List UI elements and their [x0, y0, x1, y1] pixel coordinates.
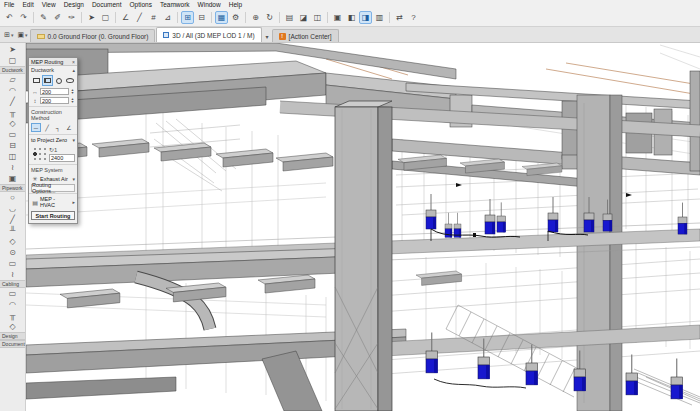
- menu-item[interactable]: File: [4, 1, 14, 8]
- menu-item[interactable]: Teamwork: [160, 1, 190, 8]
- autogroup-icon[interactable]: ⊟: [195, 11, 208, 24]
- elevation-field[interactable]: 2400: [49, 154, 75, 162]
- duct-width-field[interactable]: 200: [40, 88, 69, 95]
- pipe-transition-tool[interactable]: ╱: [0, 214, 25, 225]
- publisher-icon[interactable]: ◪: [297, 11, 310, 24]
- chevron-down-icon: ▾: [72, 137, 75, 143]
- layer-dropdown[interactable]: ▤ MEP - HVAC ▸: [29, 195, 77, 209]
- method-rise-button[interactable]: ╱: [42, 123, 52, 132]
- duct-shape-oval-button[interactable]: [65, 75, 75, 86]
- duct-terminal-tool[interactable]: ◫: [0, 151, 25, 162]
- duct-shape-rectangular-button[interactable]: [31, 75, 41, 86]
- elevation-reference-row[interactable]: to Project Zero ▾: [29, 136, 77, 144]
- height-stepper[interactable]: ▲▼: [70, 98, 75, 104]
- tab-overview-button[interactable]: ▣ ▾: [15, 29, 29, 41]
- upper-equipment-row[interactable]: [426, 194, 687, 237]
- snap-guides-icon[interactable]: ╱: [133, 11, 146, 24]
- tab-list-dropdown[interactable]: ▾: [263, 33, 272, 40]
- rotate-icon[interactable]: ↻1: [49, 146, 57, 153]
- notes-icon[interactable]: ▥: [373, 11, 386, 24]
- duct-shape-round-button[interactable]: [54, 75, 64, 86]
- method-horizontal-button[interactable]: ─: [31, 123, 41, 132]
- cable-carrier-segment-tool[interactable]: ▭: [0, 288, 25, 299]
- palette-title-bar[interactable]: MEP Routing ×: [29, 58, 77, 66]
- duct-segment-tool[interactable]: ▱: [0, 74, 25, 85]
- teamwork-exchange-icon[interactable]: ⇄: [393, 11, 406, 24]
- redo-icon[interactable]: ↷: [17, 11, 30, 24]
- menu-item[interactable]: Options: [130, 1, 152, 8]
- zoom-icon[interactable]: ⊕: [249, 11, 262, 24]
- pipe-flexible-tool[interactable]: ≀: [0, 269, 25, 280]
- pipe-tee-tool[interactable]: ╨: [0, 225, 25, 236]
- layer-value: MEP - HVAC: [40, 196, 71, 208]
- pipe-segment-tool[interactable]: ○: [0, 192, 25, 203]
- duct-bend-tool[interactable]: ◠: [0, 85, 25, 96]
- duct-shape-rectangular-flanged-button[interactable]: [42, 75, 52, 86]
- quick-options-icon[interactable]: ▣: [331, 11, 344, 24]
- duct-flexible-tool[interactable]: ≀: [0, 162, 25, 173]
- duct-tee-tool[interactable]: ╥: [0, 107, 25, 118]
- ductwork-section-header[interactable]: Ductwork ▴: [29, 66, 77, 74]
- duct-width-row: ↔ 200 ▲▼: [29, 87, 77, 96]
- collapse-icon: ▴: [72, 67, 75, 73]
- duct-equipment-tool[interactable]: ▣: [0, 173, 25, 184]
- menu-item[interactable]: Window: [198, 1, 221, 8]
- toolbar-icon: [31, 11, 36, 24]
- anchor-point-grid[interactable]: [31, 145, 48, 162]
- undo-icon[interactable]: ↶: [3, 11, 16, 24]
- grid-snap-icon[interactable]: #: [147, 11, 160, 24]
- routing-options-button[interactable]: Routing Options...: [31, 184, 75, 192]
- duct-height-field[interactable]: 200: [40, 97, 69, 104]
- pipe-terminal-tool[interactable]: ▭: [0, 258, 25, 269]
- tab-action-center[interactable]: ! [Action Center]: [272, 29, 339, 42]
- marquee-tool[interactable]: ▢: [0, 55, 25, 66]
- settings-icon[interactable]: ⚙: [229, 11, 242, 24]
- duct-takeoff-tool[interactable]: ⊟: [0, 140, 25, 151]
- parameter-transfer-icon[interactable]: ✑: [65, 11, 78, 24]
- popup-navigator-button[interactable]: ⊞ ▾: [2, 29, 15, 41]
- width-stepper[interactable]: ▲▼: [70, 89, 75, 95]
- cable-carrier-junction-tool[interactable]: ◇: [0, 321, 25, 332]
- method-angle-button[interactable]: ∠: [64, 123, 74, 132]
- trace-reference-icon[interactable]: ▦: [215, 11, 228, 24]
- lower-cables: [434, 379, 526, 388]
- lower-floor-slab: [366, 325, 700, 357]
- arrow-tool[interactable]: ➤: [0, 44, 25, 55]
- marquee-tool-icon[interactable]: ▢: [99, 11, 112, 24]
- cable-carrier-bend-tool[interactable]: ◠: [0, 299, 25, 310]
- mep-routing-palette: MEP Routing × Ductwork ▴ ↔ 200 ▲▼ ↕ 200 …: [28, 57, 78, 224]
- method-vertical-button[interactable]: ┐: [53, 123, 63, 132]
- mep-adapter-icon[interactable]: ◨: [359, 11, 372, 24]
- 3d-viewport[interactable]: [26, 43, 700, 411]
- suspend-groups-icon[interactable]: ⊞: [181, 11, 194, 24]
- organizer-icon[interactable]: ◫: [311, 11, 324, 24]
- menu-item[interactable]: Document: [92, 1, 122, 8]
- close-icon[interactable]: ×: [72, 59, 75, 65]
- toolbar-icon: [209, 11, 214, 24]
- renovation-filter-icon[interactable]: ◧: [345, 11, 358, 24]
- duct-transition-tool[interactable]: ╱: [0, 96, 25, 107]
- duct-inline-tool[interactable]: ▭: [0, 129, 25, 140]
- menu-item[interactable]: View: [42, 1, 56, 8]
- pipe-bend-tool[interactable]: ◡: [0, 203, 25, 214]
- tab-3d-view[interactable]: 3D / All (3D MEP LOD 1 / M): [156, 27, 261, 42]
- layouts-icon[interactable]: ▤: [283, 11, 296, 24]
- menu-item[interactable]: Help: [229, 1, 242, 8]
- menu-item[interactable]: Edit: [22, 1, 33, 8]
- gravity-icon[interactable]: ⊿: [161, 11, 174, 24]
- height-icon: ↕: [31, 98, 39, 104]
- help-icon[interactable]: ?: [407, 11, 420, 24]
- guide-lines-icon[interactable]: ∠: [119, 11, 132, 24]
- cable-carrier-tee-tool[interactable]: ╥: [0, 310, 25, 321]
- orbit-icon[interactable]: ↻: [263, 11, 276, 24]
- chevron-down-icon: ▾: [11, 32, 14, 38]
- inject-parameters-icon[interactable]: ✐: [51, 11, 64, 24]
- pipe-junction-tool[interactable]: ◇: [0, 236, 25, 247]
- menu-item[interactable]: Design: [64, 1, 84, 8]
- arrow-tool-icon[interactable]: ➤: [85, 11, 98, 24]
- start-routing-button[interactable]: Start Routing: [31, 211, 75, 220]
- tab-ground-floor[interactable]: 0.0 Ground Floor (0. Ground Floor): [30, 29, 156, 42]
- pipe-inline-tool[interactable]: ⊙: [0, 247, 25, 258]
- duct-junction-tool[interactable]: ◇: [0, 118, 25, 129]
- pick-up-parameters-icon[interactable]: ✎: [37, 11, 50, 24]
